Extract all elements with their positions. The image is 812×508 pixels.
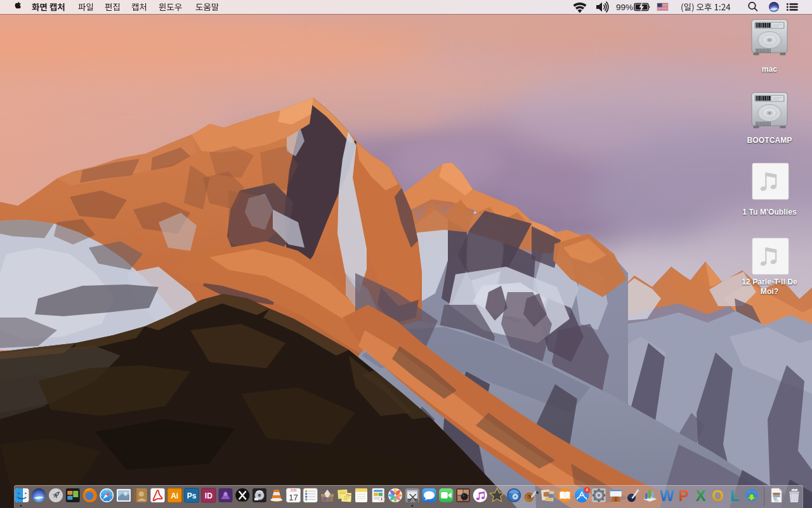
svg-text:W: W xyxy=(660,487,674,504)
svg-text:ID: ID xyxy=(205,491,213,500)
svg-text:L: L xyxy=(730,487,740,504)
svg-text:17: 17 xyxy=(289,493,298,502)
svg-text:O: O xyxy=(712,487,724,504)
svg-text:JUN: JUN xyxy=(291,488,297,492)
svg-text:PDF: PDF xyxy=(775,500,778,502)
svg-text:99%: 99% xyxy=(616,3,633,12)
svg-text:Plan: Plan xyxy=(346,493,351,497)
svg-text:4: 4 xyxy=(586,488,588,492)
svg-text:Ai: Ai xyxy=(171,491,178,500)
svg-text:P: P xyxy=(679,487,689,504)
svg-text:Ps: Ps xyxy=(187,491,197,500)
svg-text:X: X xyxy=(695,487,705,504)
